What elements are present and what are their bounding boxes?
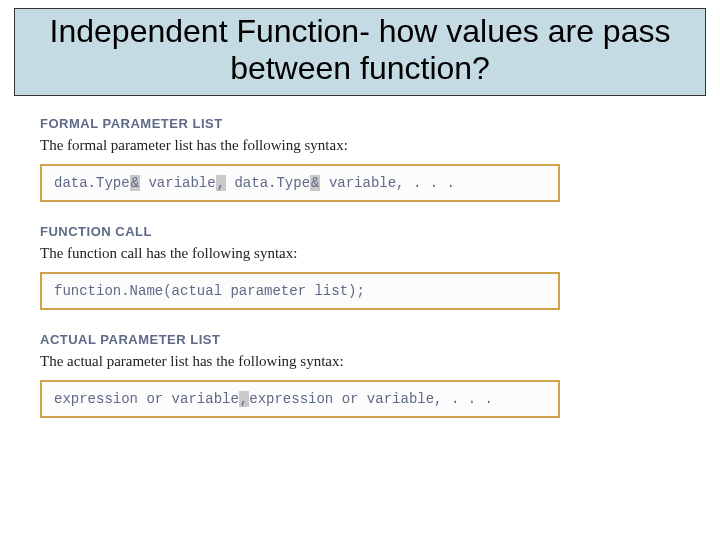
slide-content: FORMAL PARAMETER LIST The formal paramet… xyxy=(0,96,720,418)
section-heading-call: FUNCTION CALL xyxy=(40,224,680,239)
section-desc-actual: The actual parameter list has the follow… xyxy=(40,353,680,370)
section-heading-actual: ACTUAL PARAMETER LIST xyxy=(40,332,680,347)
code-box-actual: expression or variable,expression or var… xyxy=(40,380,560,418)
code-box-formal: data.Type& variable, data.Type& variable… xyxy=(40,164,560,202)
section-desc-formal: The formal parameter list has the follow… xyxy=(40,137,680,154)
section-desc-call: The function call has the following synt… xyxy=(40,245,680,262)
slide: Independent Function- how values are pas… xyxy=(0,8,720,540)
code-box-call: function.Name(actual parameter list); xyxy=(40,272,560,310)
slide-title: Independent Function- how values are pas… xyxy=(14,8,706,96)
section-heading-formal: FORMAL PARAMETER LIST xyxy=(40,116,680,131)
